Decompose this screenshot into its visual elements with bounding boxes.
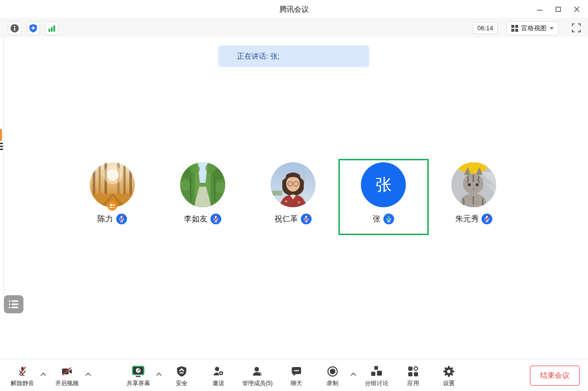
- view-mode-label: 宫格视图: [521, 24, 546, 33]
- participant-name: 张: [373, 214, 380, 224]
- fullscreen-icon: [571, 23, 581, 33]
- minimize-icon: [537, 6, 543, 12]
- record-label: 录制: [327, 379, 338, 388]
- manage-members-button[interactable]: 管理成员(5): [242, 363, 273, 388]
- participant-tile[interactable]: 朱元秀: [429, 159, 519, 235]
- apps-button[interactable]: 应用: [407, 363, 420, 388]
- member-list-toggle-button[interactable]: [4, 295, 23, 313]
- participants-row: 陈力: [67, 159, 519, 235]
- avatar-initial: 张: [361, 162, 406, 207]
- record-button[interactable]: 录制: [326, 363, 339, 388]
- window-title: 腾讯会议: [279, 5, 309, 14]
- left-edge-artifact: [0, 129, 2, 141]
- chevron-up-icon: [350, 372, 357, 376]
- title-bar: 腾讯会议: [0, 0, 588, 19]
- grid-view-icon: [511, 25, 518, 32]
- participant-name: 李如友: [184, 214, 208, 224]
- avatar: [180, 162, 225, 207]
- host-badge-icon: [107, 201, 117, 211]
- participant-name: 陈力: [98, 214, 113, 224]
- left-edge-artifact: [0, 149, 3, 150]
- camera-off-icon: [61, 365, 73, 378]
- breakout-rooms-label: 分组讨论: [365, 379, 388, 388]
- start-video-label: 开启视频: [55, 379, 79, 388]
- mic-muted-icon: [116, 214, 127, 224]
- invite-label: 邀请: [212, 379, 224, 388]
- mic-muted-icon: [482, 214, 492, 224]
- apps-grid-icon: [407, 365, 420, 378]
- status-toolbar: 06:14 宫格视图: [0, 19, 588, 38]
- info-icon: [9, 23, 20, 34]
- network-status-button[interactable]: [45, 22, 59, 35]
- chevron-up-icon: [40, 372, 46, 376]
- mic-muted-icon: [301, 214, 312, 224]
- close-icon: [574, 6, 580, 12]
- chat-bubble-icon: [290, 365, 303, 378]
- fullscreen-button[interactable]: [569, 22, 583, 34]
- meeting-info-button[interactable]: [8, 22, 21, 35]
- end-meeting-button[interactable]: 结束会议: [530, 366, 580, 386]
- unmute-button[interactable]: 解除静音: [11, 363, 34, 388]
- breakout-rooms-button[interactable]: 分组讨论: [365, 363, 388, 388]
- settings-label: 设置: [443, 379, 455, 388]
- meeting-timer: 06:14: [473, 22, 498, 34]
- participant-tile[interactable]: 祝仁革: [248, 159, 338, 235]
- close-button[interactable]: [569, 2, 584, 16]
- maximize-icon: [555, 6, 561, 12]
- security-shield-icon: [175, 365, 188, 378]
- meeting-security-button[interactable]: [26, 22, 40, 35]
- left-edge-artifact: [0, 146, 3, 147]
- apps-label: 应用: [407, 379, 419, 388]
- participant-tile-active-speaker[interactable]: 张 张: [338, 159, 429, 235]
- security-label: 安全: [176, 379, 188, 388]
- share-screen-label: 共享屏幕: [126, 379, 150, 388]
- chat-button[interactable]: 聊天: [290, 363, 303, 388]
- mic-active-icon: [383, 214, 394, 224]
- settings-button[interactable]: 设置: [442, 363, 455, 388]
- avatar: [271, 162, 315, 207]
- start-video-button[interactable]: 开启视频: [55, 363, 79, 388]
- unmute-label: 解除静音: [11, 379, 34, 388]
- view-mode-button[interactable]: 宫格视图: [506, 22, 559, 35]
- mic-muted-icon: [210, 214, 221, 224]
- manage-members-label: 管理成员(5): [242, 379, 273, 388]
- settings-gear-icon: [442, 365, 455, 378]
- active-speaker-banner: 正在讲话: 张;: [218, 45, 369, 67]
- minimize-button[interactable]: [532, 2, 547, 16]
- share-screen-button[interactable]: 共享屏幕: [126, 363, 150, 388]
- security-shield-icon: [28, 23, 39, 34]
- chevron-up-icon: [156, 372, 162, 376]
- bottom-toolbar: 解除静音 开启视频 共享屏幕: [0, 359, 588, 391]
- share-screen-icon: [131, 365, 145, 378]
- meeting-stage: 正在讲话: 张;: [0, 37, 588, 359]
- security-button[interactable]: 安全: [175, 363, 188, 388]
- participant-tile[interactable]: 陈力: [67, 159, 157, 235]
- invite-person-icon: [212, 365, 225, 378]
- maximize-button[interactable]: [551, 2, 566, 16]
- record-icon: [326, 365, 339, 378]
- mic-off-icon: [16, 365, 29, 378]
- chat-label: 聊天: [291, 379, 302, 388]
- left-edge-divider: [3, 37, 4, 295]
- breakout-rooms-icon: [370, 365, 383, 378]
- avatar: [451, 162, 496, 207]
- video-options-chevron[interactable]: [85, 369, 91, 378]
- record-options-chevron[interactable]: [350, 369, 357, 378]
- bullet-list-icon: [9, 300, 19, 308]
- share-options-chevron[interactable]: [156, 369, 162, 378]
- participant-name: 朱元秀: [455, 214, 479, 224]
- unmute-options-chevron[interactable]: [40, 369, 46, 378]
- chevron-down-icon: [549, 27, 554, 30]
- invite-button[interactable]: 邀请: [212, 363, 225, 388]
- chevron-up-icon: [85, 372, 91, 376]
- participant-name: 祝仁革: [274, 214, 298, 224]
- app-window: 腾讯会议: [0, 0, 588, 391]
- left-edge-artifact: [0, 143, 3, 144]
- network-signal-icon: [46, 23, 57, 34]
- members-icon: [251, 365, 264, 378]
- participant-tile[interactable]: 李如友: [157, 159, 248, 235]
